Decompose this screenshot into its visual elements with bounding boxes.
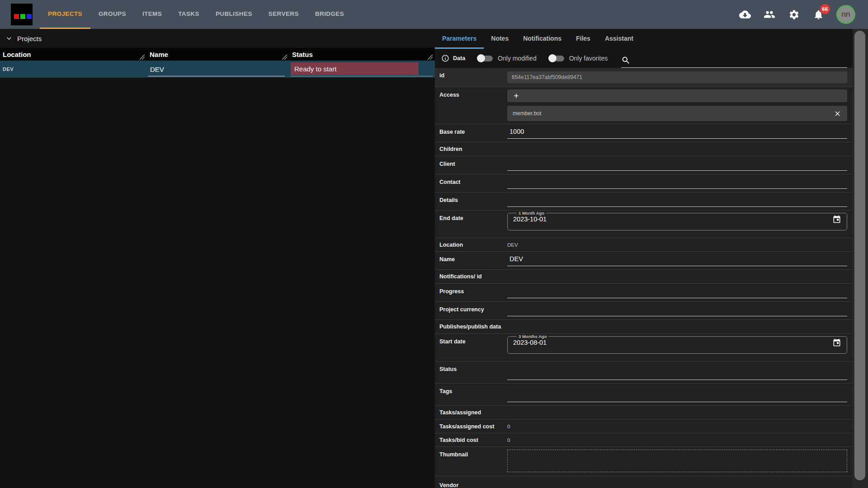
- tab-notifications[interactable]: Notifications: [516, 29, 569, 49]
- field-row-base-rate: Base rate1000: [435, 124, 868, 142]
- logo-blue-square: [27, 14, 32, 19]
- field-row-vendor: Vendor: [435, 476, 868, 488]
- data-chip[interactable]: Data: [441, 54, 465, 62]
- date-field-start-date[interactable]: 3 Months Ago2023-08-01: [507, 334, 847, 354]
- tab-files[interactable]: Files: [569, 29, 598, 49]
- add-access-button[interactable]: [507, 89, 847, 102]
- field-input-base-rate[interactable]: 1000: [507, 128, 847, 139]
- date-value: 2023-10-01: [513, 216, 547, 223]
- tab-notes[interactable]: Notes: [484, 29, 516, 49]
- field-row-access: Accessmember.bot: [435, 87, 868, 124]
- field-input-project-currency[interactable]: [507, 308, 847, 316]
- date-value: 2023-08-01: [513, 339, 547, 346]
- info-icon: [441, 54, 449, 62]
- field-input-details[interactable]: [507, 199, 847, 207]
- date-relative-hint: 1 Month Ago: [517, 211, 546, 216]
- field-row-notifications-id: Notifications/ id: [435, 270, 868, 284]
- field-label: Children: [439, 146, 507, 152]
- project-name-cell[interactable]: DEV: [147, 61, 289, 78]
- field-value: 654e117ea37abf509de89471: [507, 68, 847, 87]
- field-input-client[interactable]: [507, 163, 847, 171]
- parameters-toolbar: Data Only modified Only favorites: [435, 49, 868, 68]
- project-row[interactable]: DEV DEV Ready to start: [0, 61, 435, 78]
- only-favorites-label: Only favorites: [569, 55, 608, 62]
- field-value: [507, 361, 847, 383]
- field-value: [507, 156, 847, 174]
- field-label: End date: [439, 211, 507, 238]
- field-label: Progress: [439, 284, 507, 301]
- tab-parameters[interactable]: Parameters: [435, 29, 484, 49]
- nav-item-servers[interactable]: SERVERS: [260, 0, 307, 29]
- nav-item-projects[interactable]: PROJECTS: [40, 0, 90, 29]
- field-row-start-date: Start date3 Months Ago2023-08-01: [435, 334, 868, 361]
- field-label: Publishes/publish data: [439, 324, 507, 330]
- column-header-location[interactable]: Location: [0, 48, 147, 61]
- field-value: 0: [507, 420, 847, 433]
- field-row-children: Children: [435, 142, 868, 156]
- field-row-publishes-publish-data: Publishes/publish data: [435, 320, 868, 334]
- field-readonly-value: 0: [507, 437, 847, 443]
- field-label: id: [439, 68, 507, 87]
- avatar[interactable]: nn: [836, 5, 855, 24]
- thumbnail-dropzone[interactable]: [507, 450, 847, 472]
- chevron-down-icon: [5, 34, 14, 43]
- users-button[interactable]: [763, 8, 776, 21]
- id-value-box[interactable]: 654e117ea37abf509de89471: [507, 71, 847, 83]
- only-favorites-toggle[interactable]: [548, 54, 565, 63]
- nav-item-bridges[interactable]: BRIDGES: [307, 0, 352, 29]
- field-value: [507, 320, 847, 333]
- status-badge[interactable]: Ready to start: [291, 62, 419, 75]
- field-input-progress[interactable]: [507, 290, 847, 298]
- field-value: [507, 174, 847, 192]
- nav-item-items[interactable]: ITEMS: [134, 0, 170, 29]
- field-row-tags: Tags: [435, 384, 868, 406]
- field-value: DEV: [507, 238, 847, 251]
- date-picker-button[interactable]: [830, 336, 843, 349]
- field-readonly-value: 0: [507, 424, 847, 429]
- cloud-download-button[interactable]: [739, 8, 751, 21]
- remove-access-chip-button[interactable]: [832, 108, 843, 119]
- nav-item-tasks[interactable]: TASKS: [170, 0, 208, 29]
- field-row-tasks-bid-cost: Tasks/bid cost0: [435, 433, 868, 447]
- column-header-status[interactable]: Status: [289, 48, 435, 61]
- app-logo[interactable]: [11, 4, 33, 25]
- field-value: member.bot: [507, 87, 847, 124]
- access-chip[interactable]: member.bot: [507, 106, 847, 121]
- field-label: Tasks/assigned: [439, 409, 507, 416]
- date-field-end-date[interactable]: 1 Month Ago2023-10-01: [507, 211, 847, 230]
- users-icon: [764, 9, 775, 20]
- field-row-id: id654e117ea37abf509de89471: [435, 68, 868, 87]
- nav-item-groups[interactable]: GROUPS: [90, 0, 134, 29]
- column-resize-handle[interactable]: [138, 54, 145, 60]
- scrollbar-track[interactable]: [853, 29, 868, 488]
- field-input-name[interactable]: DEV: [507, 255, 847, 266]
- calendar-icon: [832, 338, 841, 347]
- field-label: Vendor: [439, 482, 507, 488]
- only-modified-toggle[interactable]: [477, 54, 493, 63]
- tab-assistant[interactable]: Assistant: [598, 29, 641, 49]
- projects-panel-header[interactable]: Projects: [0, 29, 435, 48]
- field-label: Contact: [439, 174, 507, 192]
- nav-item-publishes[interactable]: PUBLISHES: [208, 0, 260, 29]
- column-resize-handle[interactable]: [426, 54, 433, 60]
- field-input-status[interactable]: [507, 372, 847, 380]
- projects-table-header: Location Name Status: [0, 48, 435, 61]
- field-value: 0: [507, 433, 847, 446]
- date-relative-hint: 3 Months Ago: [517, 334, 548, 339]
- field-value: DEV: [507, 252, 847, 269]
- logo-green-square: [20, 14, 25, 19]
- scrollbar-thumb[interactable]: [854, 31, 865, 480]
- settings-button[interactable]: [788, 8, 800, 21]
- field-input-tags[interactable]: [507, 394, 847, 402]
- column-header-name[interactable]: Name: [147, 48, 289, 61]
- date-picker-button[interactable]: [830, 213, 843, 225]
- search-input[interactable]: [621, 53, 847, 68]
- project-status-cell[interactable]: Ready to start: [289, 61, 435, 78]
- column-resize-handle[interactable]: [280, 54, 288, 60]
- field-input-contact[interactable]: [507, 181, 847, 189]
- avatar-initials: nn: [842, 10, 850, 19]
- notifications-button[interactable]: 66: [812, 8, 825, 21]
- field-value: [507, 384, 847, 405]
- field-value: [507, 142, 847, 156]
- cloud-download-icon: [739, 9, 751, 20]
